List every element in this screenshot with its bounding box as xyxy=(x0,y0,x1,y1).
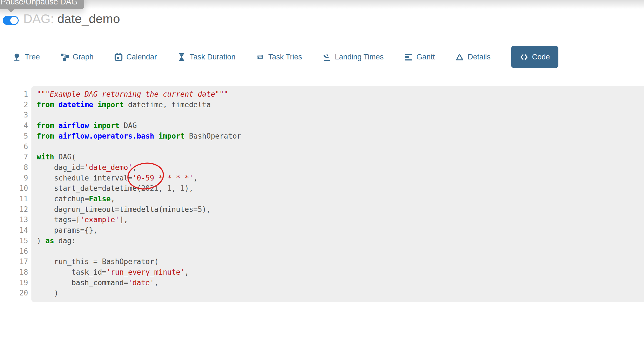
code-line: task_id='run_every_minute', xyxy=(37,267,644,278)
dag-name: date_demo xyxy=(58,12,120,26)
pause-tooltip-text: Pause/Unpause DAG xyxy=(1,0,78,6)
line-number: 11 xyxy=(0,194,28,204)
line-number: 20 xyxy=(0,288,28,299)
code-line: ) as dag: xyxy=(37,236,644,246)
dag-source-code: """Example DAG returning the current dat… xyxy=(31,86,644,302)
code-line: params={}, xyxy=(37,225,644,236)
code-line: with DAG( xyxy=(37,152,644,162)
tab-task-tries[interactable]: Task Tries xyxy=(256,53,302,61)
tab-label: Task Duration xyxy=(190,53,235,61)
line-number: 19 xyxy=(0,278,28,288)
tab-code[interactable]: Code xyxy=(511,46,559,68)
line-number: 14 xyxy=(0,225,28,236)
line-number: 13 xyxy=(0,215,28,225)
line-number: 3 xyxy=(0,110,28,121)
line-number: 5 xyxy=(0,131,28,142)
tab-label: Details xyxy=(468,53,491,61)
line-number: 16 xyxy=(0,246,28,257)
pause-unpause-toggle[interactable] xyxy=(3,16,19,25)
tab-task-duration[interactable]: Task Duration xyxy=(177,53,235,61)
line-number: 4 xyxy=(0,121,28,131)
toggle-knob-icon xyxy=(10,17,18,24)
code-viewer: 1234567891011121314151617181920 """Examp… xyxy=(0,86,644,302)
repeat-icon xyxy=(256,53,265,61)
line-number: 2 xyxy=(0,100,28,110)
code-line: tags=['example'], xyxy=(37,215,644,225)
line-number: 8 xyxy=(0,162,28,173)
line-number: 18 xyxy=(0,267,28,278)
line-number: 1 xyxy=(0,89,28,100)
gantt-bars-icon xyxy=(404,53,413,61)
pause-tooltip: Pause/Unpause DAG xyxy=(0,0,84,9)
code-line: from airflow import DAG xyxy=(37,121,644,131)
code-line: dagrun_timeout=timedelta(minutes=5), xyxy=(37,204,644,215)
tooltip-arrow xyxy=(7,8,15,12)
code-brackets-icon xyxy=(520,53,528,61)
code-line: start_date=datetime(2021, 1, 1), xyxy=(37,183,644,194)
code-line: from datetime import datetime, timedelta xyxy=(37,100,644,110)
line-number: 9 xyxy=(0,173,28,184)
line-number: 15 xyxy=(0,236,28,246)
code-line: from airflow.operators.bash import BashO… xyxy=(37,131,644,142)
code-line: run_this = BashOperator( xyxy=(37,257,644,267)
tab-label: Task Tries xyxy=(268,53,302,61)
triangle-icon xyxy=(455,53,464,61)
calendar-icon xyxy=(114,53,123,61)
page-title: DAG: date_demo xyxy=(23,12,120,26)
tab-label: Gantt xyxy=(416,53,435,61)
line-number: 7 xyxy=(0,152,28,162)
hourglass-icon xyxy=(177,53,186,61)
tab-label: Calendar xyxy=(126,53,157,61)
tab-details[interactable]: Details xyxy=(455,53,491,61)
tab-calendar[interactable]: Calendar xyxy=(114,53,157,61)
dag-view-tabs: Tree Graph Calendar Task Duration xyxy=(13,45,558,69)
code-line xyxy=(37,246,644,257)
tab-tree[interactable]: Tree xyxy=(13,53,40,61)
code-line: dag_id='date_demo', xyxy=(37,162,644,173)
tab-gantt[interactable]: Gantt xyxy=(404,53,435,61)
line-number: 17 xyxy=(0,257,28,267)
tab-label: Tree xyxy=(25,53,40,61)
code-line: """Example DAG returning the current dat… xyxy=(37,89,644,100)
graph-icon xyxy=(61,53,69,61)
line-number: 12 xyxy=(0,204,28,215)
code-line xyxy=(37,142,644,152)
tab-landing-times[interactable]: Landing Times xyxy=(323,53,384,61)
code-line: bash_command='date', xyxy=(37,278,644,288)
code-line: catchup=False, xyxy=(37,194,644,204)
tab-graph[interactable]: Graph xyxy=(61,53,94,61)
code-line xyxy=(37,110,644,121)
line-number: 6 xyxy=(0,142,28,152)
dag-prefix-label: DAG: xyxy=(23,12,54,26)
tab-label: Landing Times xyxy=(335,53,384,61)
tab-label: Graph xyxy=(73,53,94,61)
code-line: ) xyxy=(37,288,644,299)
code-line: schedule_interval='0-59 * * * *', xyxy=(37,173,644,184)
line-number: 10 xyxy=(0,183,28,194)
plane-landing-icon xyxy=(323,53,331,61)
tab-label: Code xyxy=(532,53,550,61)
line-numbers: 1234567891011121314151617181920 xyxy=(0,86,28,302)
top-gradient xyxy=(0,0,644,9)
tree-icon xyxy=(13,53,21,61)
